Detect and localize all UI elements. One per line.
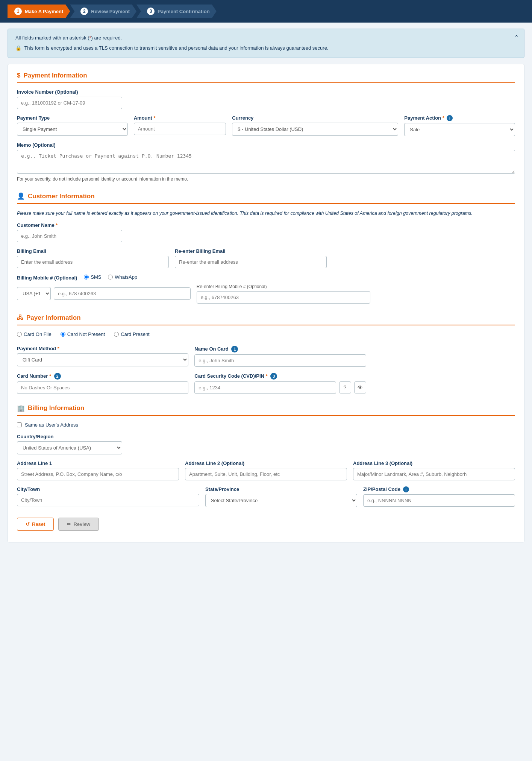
collapse-banner-button[interactable]: ⌃ <box>514 33 519 43</box>
address-line2-input[interactable] <box>185 468 347 480</box>
payment-type-select[interactable]: Single Payment Multiple Payment <box>17 123 128 136</box>
memo-input[interactable] <box>17 150 515 174</box>
payment-info-title: $ Payment Information <box>17 72 515 83</box>
required-note: All fields marked with an asterisk (*) a… <box>15 34 517 42</box>
reset-icon: ↺ <box>26 521 30 527</box>
re-billing-email-label: Re-enter Billing Email <box>175 248 327 254</box>
invoice-number-input[interactable] <box>17 97 122 109</box>
invoice-number-label: Invoice Number (Optional) <box>17 89 515 95</box>
country-region-label: Country/Region <box>17 434 515 439</box>
billing-information-section: 🏢 Billing Information Same as User's Add… <box>17 404 515 507</box>
card-number-label: Card Number * 2 <box>17 373 188 380</box>
cvd-help-icon[interactable]: ? <box>339 381 351 393</box>
payment-method-row: Payment Method * Gift Card Credit Card D… <box>17 346 515 367</box>
payment-method-select[interactable]: Gift Card Credit Card Debit Card ACH <box>17 353 188 366</box>
re-billing-email-input[interactable] <box>175 256 327 268</box>
amount-required: * <box>153 115 155 121</box>
security-note: 🔒 This form is encrypted and uses a TLS … <box>15 44 517 52</box>
address-line3-input[interactable] <box>353 468 515 480</box>
customer-name-label: Customer Name * <box>17 222 515 228</box>
cvd-label: Card Security Code (CVD)/PIN * 3 <box>194 373 366 380</box>
sms-radio-label[interactable]: SMS <box>84 274 101 280</box>
card-number-info-badge[interactable]: 2 <box>54 373 61 380</box>
customer-name-group: Customer Name * <box>17 222 515 242</box>
address-lines-row: Address Line 1 Address Line 2 (Optional)… <box>17 460 515 480</box>
card-present-radio-label[interactable]: Card Present <box>114 331 150 337</box>
state-label: State/Province <box>205 486 357 492</box>
step-2-number: 2 <box>80 8 88 15</box>
payment-method-group: Payment Method * Gift Card Credit Card D… <box>17 346 188 367</box>
billing-mobile-label-row: Billing Mobile # (Optional) SMS WhatsApp <box>17 274 515 282</box>
billing-email-input[interactable] <box>17 256 169 268</box>
step-3[interactable]: 3 Payment Confirmation <box>136 5 217 18</box>
cvd-show-icon[interactable]: 👁 <box>354 381 366 393</box>
card-present-radio[interactable] <box>114 332 119 337</box>
sms-radio[interactable] <box>84 275 89 279</box>
review-button[interactable]: ✏ Review <box>58 518 99 531</box>
currency-select[interactable]: $ - United States Dollar (USD) € - Euro … <box>232 123 398 136</box>
address-line2-group: Address Line 2 (Optional) <box>185 460 347 480</box>
zip-info-icon[interactable]: i <box>403 486 409 492</box>
country-region-group: Country/Region United States of America … <box>17 434 515 454</box>
same-address-checkbox[interactable] <box>17 422 22 427</box>
card-not-present-radio-label[interactable]: Card Not Present <box>61 331 105 337</box>
spacer2 <box>376 284 515 304</box>
payer-info-title: 🖧 Payer Information <box>17 314 515 325</box>
step-1-number: 1 <box>14 8 22 15</box>
amount-group: Amount * <box>134 115 226 137</box>
same-address-label: Same as User's Address <box>25 422 78 428</box>
cvd-input[interactable] <box>194 381 336 394</box>
mobile-input[interactable] <box>54 287 191 300</box>
state-select[interactable]: Select State/Province Alabama Alaska Ari… <box>205 494 357 507</box>
customer-info-title: 👤 Customer Information <box>17 192 515 204</box>
card-not-present-radio[interactable] <box>61 332 65 337</box>
step-2[interactable]: 2 Review Payment <box>70 5 136 18</box>
payment-action-select[interactable]: Sale Authorization <box>404 123 515 136</box>
payment-row: Payment Type Single Payment Multiple Pay… <box>17 115 515 137</box>
name-on-card-label: Name On Card 1 <box>194 346 366 352</box>
city-group: City/Town <box>17 486 199 507</box>
payer-information-section: 🖧 Payer Information Card On File Card No… <box>17 314 515 394</box>
country-code-select[interactable]: USA (+1) GBR (+44) IND (+91) <box>17 287 51 300</box>
country-region-select[interactable]: United States of America (USA) Canada (C… <box>17 441 122 454</box>
customer-name-input[interactable] <box>17 230 122 242</box>
city-state-zip-row: City/Town State/Province Select State/Pr… <box>17 486 515 507</box>
whatsapp-radio-label[interactable]: WhatsApp <box>108 274 137 280</box>
card-number-group: Card Number * 2 <box>17 373 188 394</box>
address-line1-group: Address Line 1 <box>17 460 179 480</box>
step-1[interactable]: 1 Make A Payment <box>8 5 70 18</box>
name-on-card-input[interactable] <box>194 354 366 367</box>
cvd-input-row: ? 👁 <box>194 381 366 394</box>
re-mobile-group: Re-enter Billing Mobile # (Optional) <box>197 284 370 304</box>
compliance-note: Please make sure your full name is enter… <box>17 210 515 217</box>
cvd-info-badge[interactable]: 3 <box>270 373 277 380</box>
lock-icon: 🔒 <box>15 45 21 51</box>
name-on-card-info-badge[interactable]: 1 <box>231 346 238 352</box>
card-number-input[interactable] <box>17 381 188 394</box>
whatsapp-radio[interactable] <box>108 275 113 279</box>
city-input[interactable] <box>17 494 199 506</box>
address-line1-input[interactable] <box>17 468 179 480</box>
reset-button[interactable]: ↺ Reset <box>17 518 54 531</box>
card-on-file-radio[interactable] <box>17 332 22 337</box>
asterisk-symbol: * <box>89 35 91 41</box>
customer-name-required: * <box>56 222 58 228</box>
mobile-row: USA (+1) GBR (+44) IND (+91) Re-enter Bi… <box>17 284 515 304</box>
memo-note: For your security, do not include person… <box>17 176 515 182</box>
cvd-group: Card Security Code (CVD)/PIN * 3 ? 👁 <box>194 373 366 394</box>
zip-input[interactable] <box>363 494 515 507</box>
amount-input[interactable] <box>134 123 226 135</box>
card-on-file-radio-label[interactable]: Card On File <box>17 331 52 337</box>
payment-method-label: Payment Method * <box>17 346 188 351</box>
billing-email-label: Billing Email <box>17 248 169 254</box>
billing-info-title: 🏢 Billing Information <box>17 404 515 416</box>
re-billing-email-group: Re-enter Billing Email <box>175 248 327 268</box>
credit-card-icon: 🖧 <box>17 314 23 322</box>
re-mobile-input[interactable] <box>197 291 370 304</box>
payment-type-label: Payment Type <box>17 115 128 121</box>
billing-mobile-group: Billing Mobile # (Optional) SMS WhatsApp… <box>17 274 515 304</box>
spacer4 <box>372 373 515 394</box>
payment-method-required: * <box>58 346 59 351</box>
bottom-actions: ↺ Reset ✏ Review <box>17 518 515 531</box>
payment-action-info-icon[interactable]: i <box>447 115 453 121</box>
